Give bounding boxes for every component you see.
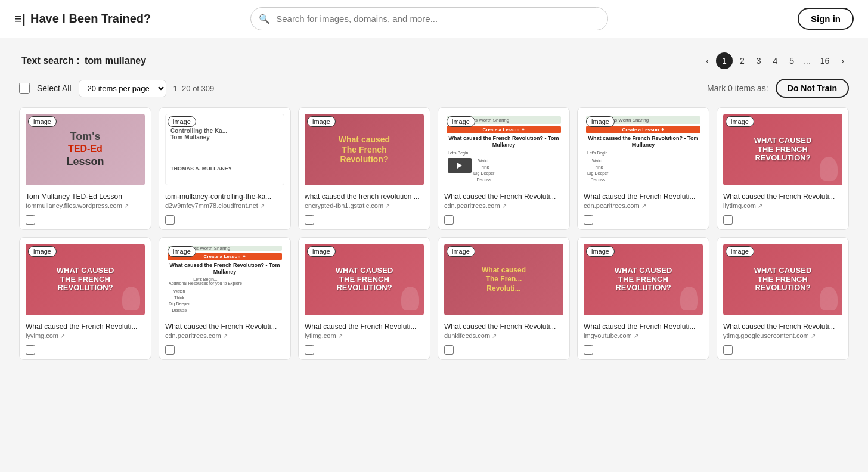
image-card: image TED Lessons Worth Sharing Create a…	[577, 107, 709, 230]
card-select-checkbox[interactable]	[26, 215, 35, 225]
card-select-checkbox[interactable]	[584, 215, 593, 225]
do-not-train-button[interactable]: Do Not Train	[776, 79, 849, 98]
image-badge: image	[28, 246, 57, 257]
select-all-checkbox[interactable]	[19, 83, 30, 94]
card-title: What caused the French Revoluti...	[584, 192, 703, 201]
sign-in-button[interactable]: Sign in	[798, 8, 854, 30]
external-link-icon: ↗	[811, 333, 816, 339]
pagination-dots: ...	[801, 54, 813, 68]
card-select-checkbox[interactable]	[26, 345, 35, 355]
card-select-checkbox[interactable]	[165, 215, 175, 225]
image-card: image TED Lessons Worth Sharing Create a…	[438, 107, 570, 230]
card-checkbox-row	[299, 341, 430, 359]
pagination-page-5[interactable]: 5	[785, 54, 799, 68]
controls-row: Select All 20 items per page 1–20 of 309…	[19, 79, 849, 98]
card-domain: ilytimg.com ↗	[723, 202, 842, 209]
card-image-area: image WHAT CAUSEDTHE FRENCHREVOLUTION?	[717, 108, 848, 189]
card-domain: iyvimg.com ↗	[26, 332, 145, 339]
card-select-checkbox[interactable]	[305, 215, 314, 225]
card-domain: dunkifeeds.com ↗	[444, 332, 563, 339]
search-icon: 🔍	[259, 14, 270, 24]
image-card: image Tom's TED-Ed Lesson Tom Mullaney T…	[19, 107, 151, 230]
card-info: What caused the French Revoluti... ytimg…	[717, 319, 848, 341]
card-title: What caused the French Revoluti...	[444, 192, 563, 201]
image-badge: image	[726, 246, 754, 257]
external-link-icon: ↗	[502, 203, 507, 209]
pagination-page-1[interactable]: 1	[716, 52, 733, 69]
card-checkbox-row	[20, 341, 151, 359]
card-info: What caused the French Revoluti... dunki…	[438, 319, 569, 341]
image-card: image WHAT CAUSEDTHE FRENCHREVOLUTION? W…	[577, 237, 709, 360]
logo[interactable]: ≡| Have I Been Trained?	[14, 11, 151, 27]
card-checkbox-row	[20, 212, 151, 229]
image-card: image WHAT CAUSEDTHE FRENCHREVOLUTION? W…	[19, 237, 151, 360]
card-domain: encrypted-tbn1.gstatic.com ↗	[305, 202, 424, 209]
main-content: Text search : tom mullaney ‹ 1 2 3 4 5 .…	[0, 38, 868, 374]
card-select-checkbox[interactable]	[305, 345, 314, 355]
image-card: image WHAT CAUSEDTHE FRENCHREVOLUTION? W…	[717, 107, 849, 230]
mark-items-label: Mark 0 items as:	[707, 83, 768, 93]
items-per-page-select[interactable]: 20 items per page	[79, 80, 166, 97]
card-checkbox-row	[717, 341, 848, 359]
card-checkbox-row	[438, 212, 569, 229]
pagination-prev[interactable]: ‹	[701, 54, 714, 68]
image-card: image What causedThe Fren...Revoluti... …	[438, 237, 570, 360]
image-badge: image	[586, 116, 615, 127]
card-select-checkbox[interactable]	[723, 345, 733, 355]
card-info: What caused the French Revoluti... cdn.p…	[438, 189, 569, 212]
search-bar: 🔍	[250, 7, 608, 30]
results-count: 1–20 of 309	[173, 84, 215, 93]
card-checkbox-row	[159, 341, 290, 359]
card-checkbox-row	[438, 341, 569, 359]
card-title: What caused the French Revoluti...	[723, 192, 842, 201]
card-title: tom-mullaney-controlling-the-ka...	[165, 192, 284, 201]
card-select-checkbox[interactable]	[723, 215, 733, 225]
image-badge: image	[447, 246, 475, 257]
image-grid: image Tom's TED-Ed Lesson Tom Mullaney T…	[19, 107, 849, 360]
search-input[interactable]	[250, 7, 608, 30]
card-image-area: image WHAT CAUSEDTHE FRENCHREVOLUTION?	[578, 238, 709, 319]
image-badge: image	[447, 116, 475, 127]
external-link-icon: ↗	[492, 333, 497, 339]
card-checkbox-row	[717, 212, 848, 229]
card-info: What caused the French Revoluti... imgyo…	[578, 319, 709, 341]
card-title: What caused the French Revoluti...	[584, 322, 703, 331]
external-link-icon: ↗	[385, 203, 390, 209]
external-link-icon: ↗	[124, 203, 129, 209]
card-info: Tom Mullaney TED-Ed Lesson tommullaney.f…	[20, 189, 151, 212]
external-link-icon: ↗	[634, 333, 638, 339]
card-title: Tom Mullaney TED-Ed Lesson	[26, 192, 145, 201]
card-checkbox-row	[299, 212, 430, 229]
card-select-checkbox[interactable]	[444, 345, 454, 355]
text-search-label: Text search : tom mullaney	[19, 55, 146, 66]
select-all-label[interactable]: Select All	[37, 83, 72, 93]
image-card: image WHAT CAUSEDTHE FRENCHREVOLUTION? W…	[298, 237, 430, 360]
pagination-page-3[interactable]: 3	[752, 54, 766, 68]
pagination-page-4[interactable]: 4	[768, 54, 782, 68]
card-select-checkbox[interactable]	[584, 345, 593, 355]
image-badge: image	[726, 116, 754, 127]
image-card: image Controlling the Ka...Tom Mullaney	[159, 107, 291, 230]
card-image-area: image Tom's TED-Ed Lesson	[20, 108, 151, 189]
card-info: What caused the French Revoluti... iytim…	[299, 319, 430, 341]
card-domain: imgyoutube.com ↗	[584, 332, 703, 339]
card-domain: tommullaney.files.wordpress.com ↗	[26, 202, 145, 209]
external-link-icon: ↗	[223, 333, 228, 339]
card-select-checkbox[interactable]	[165, 345, 175, 355]
card-image-area: image TED Lessons Worth Sharing Create a…	[578, 108, 709, 189]
external-link-icon: ↗	[260, 203, 265, 209]
card-checkbox-row	[578, 212, 709, 229]
header: ≡| Have I Been Trained? 🔍 Sign in	[0, 0, 868, 38]
pagination-page-2[interactable]: 2	[735, 54, 749, 68]
external-link-icon: ↗	[60, 333, 65, 339]
card-domain: cdn.pearltrees.com ↗	[165, 332, 284, 339]
card-title: What caused the French Revoluti...	[444, 322, 563, 331]
pagination-next[interactable]: ›	[836, 54, 849, 68]
pagination-page-16[interactable]: 16	[816, 54, 835, 68]
card-info: What caused the French Revoluti... cdn.p…	[159, 319, 290, 341]
card-checkbox-row	[578, 341, 709, 359]
card-title: What caused the French Revoluti...	[26, 322, 145, 331]
image-badge: image	[168, 116, 196, 127]
card-select-checkbox[interactable]	[444, 215, 454, 225]
card-info: What caused the French Revoluti... cdn.p…	[578, 189, 709, 212]
